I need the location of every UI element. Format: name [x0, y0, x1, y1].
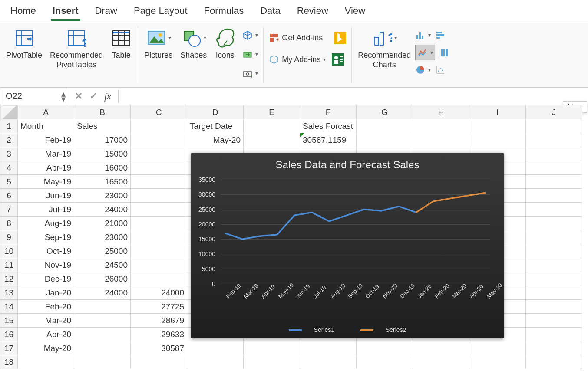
cell-A14[interactable]: Feb-20: [18, 300, 74, 314]
cell-H17[interactable]: [413, 341, 469, 355]
cell-D18[interactable]: [187, 355, 244, 369]
cell-G18[interactable]: [357, 355, 413, 369]
cell-A18[interactable]: [18, 355, 74, 369]
accept-formula-icon[interactable]: ✓: [89, 91, 97, 102]
embedded-chart[interactable]: Sales Data and Forecast Sales 0500010000…: [191, 153, 504, 338]
row-header-11[interactable]: 11: [0, 258, 18, 272]
cell-B9[interactable]: 23000: [74, 230, 131, 244]
cell-B3[interactable]: 15000: [74, 147, 131, 161]
row-header-4[interactable]: 4: [0, 161, 18, 175]
name-box-spinner[interactable]: ▴▾: [61, 91, 66, 102]
cell-B12[interactable]: 26000: [74, 272, 131, 286]
row-header-16[interactable]: 16: [0, 328, 18, 341]
cell-A12[interactable]: Dec-19: [18, 272, 74, 286]
cell-B17[interactable]: [74, 341, 131, 355]
cell-B4[interactable]: 16000: [74, 161, 131, 175]
cell-B2[interactable]: 17000: [74, 133, 131, 147]
cell-D2[interactable]: May-20: [187, 133, 244, 147]
spreadsheet-grid[interactable]: ABCDEFGHIJ 1MonthSalesTarget DateSales F…: [0, 105, 588, 369]
pictures-button[interactable]: ▾ Pictures: [143, 26, 173, 61]
cell-I2[interactable]: [469, 133, 526, 147]
formula-input[interactable]: [126, 91, 588, 101]
cell-A6[interactable]: Jun-19: [18, 189, 74, 203]
cell-J3[interactable]: [526, 147, 582, 161]
cell-J5[interactable]: [526, 175, 582, 189]
row-header-18[interactable]: 18: [0, 355, 18, 369]
cell-D17[interactable]: [187, 341, 244, 355]
tab-page-layout[interactable]: Page Layout: [132, 4, 189, 21]
cell-G1[interactable]: [357, 119, 413, 133]
screenshot-button[interactable]: +▾: [242, 66, 258, 81]
cell-J14[interactable]: [526, 300, 582, 314]
cell-B14[interactable]: [74, 300, 131, 314]
cell-C1[interactable]: [131, 119, 187, 133]
cell-A4[interactable]: Apr-19: [18, 161, 74, 175]
col-header-C[interactable]: C: [131, 105, 187, 119]
pivottable-button[interactable]: PivotTable: [5, 26, 43, 61]
cell-B13[interactable]: 24000: [74, 286, 131, 300]
row-header-1[interactable]: 1: [0, 119, 18, 133]
icons-button[interactable]: Icons: [214, 26, 236, 61]
cell-B18[interactable]: [74, 355, 131, 369]
cell-C7[interactable]: [131, 203, 187, 217]
cell-B6[interactable]: 23000: [74, 189, 131, 203]
cell-J13[interactable]: [526, 286, 582, 300]
recommended-pivottables-button[interactable]: ? Recommended PivotTables: [49, 26, 104, 70]
cell-A8[interactable]: Aug-19: [18, 217, 74, 230]
cell-I1[interactable]: [469, 119, 526, 133]
cell-A15[interactable]: Mar-20: [18, 314, 74, 328]
row-header-13[interactable]: 13: [0, 286, 18, 300]
cell-F18[interactable]: [300, 355, 357, 369]
cell-J18[interactable]: [526, 355, 582, 369]
cell-C12[interactable]: [131, 272, 187, 286]
cell-C4[interactable]: [131, 161, 187, 175]
tab-formulas[interactable]: Formulas: [202, 4, 246, 21]
cell-G2[interactable]: [357, 133, 413, 147]
cell-I18[interactable]: [469, 355, 526, 369]
row-header-5[interactable]: 5: [0, 175, 18, 189]
cell-A16[interactable]: Apr-20: [18, 328, 74, 341]
row-header-8[interactable]: 8: [0, 217, 18, 230]
name-box[interactable]: O22 ▴▾: [0, 88, 69, 105]
cell-C14[interactable]: 27725: [131, 300, 187, 314]
row-header-10[interactable]: 10: [0, 244, 18, 258]
cell-J1[interactable]: [526, 119, 582, 133]
cell-C11[interactable]: [131, 258, 187, 272]
cell-A1[interactable]: Month: [18, 119, 74, 133]
cell-C5[interactable]: [131, 175, 187, 189]
cell-A10[interactable]: Oct-19: [18, 244, 74, 258]
cell-C3[interactable]: [131, 147, 187, 161]
cell-H2[interactable]: [413, 133, 469, 147]
row-header-14[interactable]: 14: [0, 300, 18, 314]
cell-C6[interactable]: [131, 189, 187, 203]
col-header-F[interactable]: F: [300, 105, 357, 119]
row-header-2[interactable]: 2: [0, 133, 18, 147]
row-header-17[interactable]: 17: [0, 341, 18, 355]
row-header-6[interactable]: 6: [0, 189, 18, 203]
row-header-12[interactable]: 12: [0, 272, 18, 286]
cell-D1[interactable]: Target Date: [187, 119, 244, 133]
cell-J9[interactable]: [526, 230, 582, 244]
cell-C8[interactable]: [131, 217, 187, 230]
recommended-charts-button[interactable]: ? ▾ Recommended Charts: [357, 26, 412, 70]
cell-A11[interactable]: Nov-19: [18, 258, 74, 272]
cell-H18[interactable]: [413, 355, 469, 369]
row-header-15[interactable]: 15: [0, 314, 18, 328]
smartart-button[interactable]: ▾: [242, 46, 258, 62]
cell-J6[interactable]: [526, 189, 582, 203]
col-header-I[interactable]: I: [469, 105, 526, 119]
cell-J8[interactable]: [526, 217, 582, 230]
cell-B15[interactable]: [74, 314, 131, 328]
cell-J2[interactable]: [526, 133, 582, 147]
cell-C17[interactable]: 30587: [131, 341, 187, 355]
col-header-H[interactable]: H: [413, 105, 469, 119]
shapes-button[interactable]: ▾ Shapes: [179, 26, 208, 61]
cell-A5[interactable]: May-19: [18, 175, 74, 189]
cell-J17[interactable]: [526, 341, 582, 355]
tab-data[interactable]: Data: [258, 4, 282, 21]
col-header-D[interactable]: D: [187, 105, 244, 119]
tab-view[interactable]: View: [343, 4, 367, 21]
col-header-G[interactable]: G: [357, 105, 413, 119]
col-header-A[interactable]: A: [18, 105, 74, 119]
cell-J12[interactable]: [526, 272, 582, 286]
